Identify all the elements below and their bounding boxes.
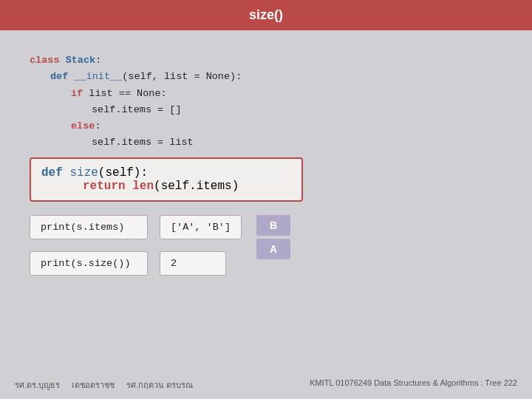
self-items-list-line: self.items = list xyxy=(92,134,502,151)
footer: รศ.ดร.บุญธรเดชอดราชชรศ.กฤตวน ตรบรณ KMITL… xyxy=(0,378,532,392)
else-line: else: xyxy=(71,118,502,134)
footer-author: เดชอดราชช xyxy=(72,378,115,392)
output-code-2: print(s.size()) xyxy=(30,251,148,276)
return-len-line: return len(self.items) xyxy=(83,180,291,193)
slide-title: size() xyxy=(249,7,283,22)
footer-author: รศ.ดร.บุญธร xyxy=(15,378,60,392)
output-row-1: print(s.items) ['A', 'B'] xyxy=(30,215,242,239)
output-code-1: print(s.items) xyxy=(30,215,148,239)
output-row-2: print(s.size()) 2 xyxy=(30,251,242,276)
title-bar: size() xyxy=(0,0,532,30)
stack-visual: BA xyxy=(256,215,290,259)
output-result-1: ['A', 'B'] xyxy=(160,215,242,239)
class-line: class Stack: xyxy=(30,52,502,69)
def-init-line: def __init__(self, list = None): xyxy=(50,69,502,85)
stack-cell: A xyxy=(256,239,290,259)
output-result-2: 2 xyxy=(160,251,226,276)
code-section: class Stack: def __init__(self, list = N… xyxy=(30,52,502,151)
footer-author: รศ.กฤตวน ตรบรณ xyxy=(126,378,193,392)
def-size-line: def size(self): xyxy=(41,166,291,180)
highlighted-code-box: def size(self): return len(self.items) xyxy=(30,157,303,202)
stack-cell: B xyxy=(256,215,290,236)
output-section: print(s.items) ['A', 'B'] print(s.size()… xyxy=(30,215,502,282)
footer-authors: รศ.ดร.บุญธรเดชอดราชชรศ.กฤตวน ตรบรณ xyxy=(15,378,193,392)
if-list-line: if list == None: xyxy=(71,86,502,102)
self-items-empty-line: self.items = [] xyxy=(92,102,502,118)
footer-course: KMITL 01076249 Data Structures & Algorit… xyxy=(310,378,517,392)
